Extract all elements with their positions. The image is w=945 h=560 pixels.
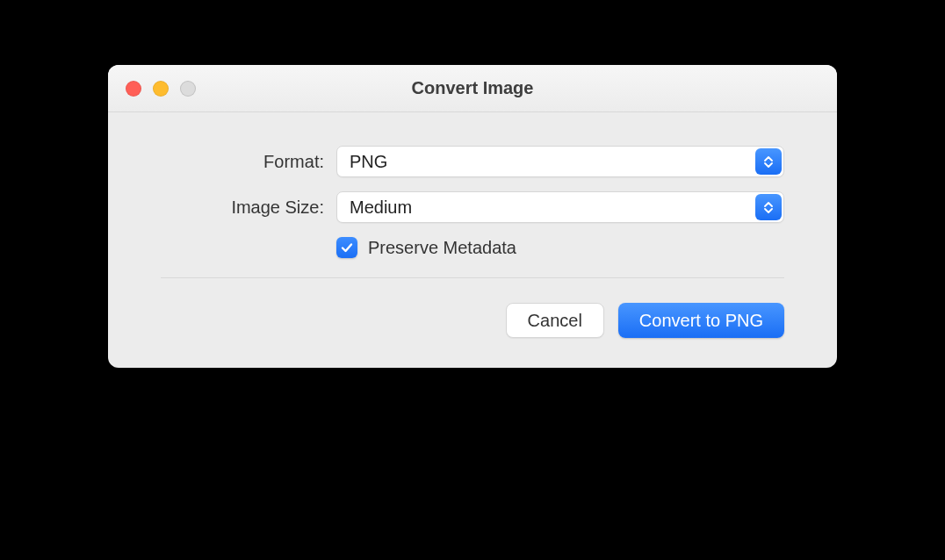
close-window-button[interactable]: [126, 81, 141, 97]
image-size-select[interactable]: Medium: [336, 191, 784, 223]
format-label: Format:: [161, 152, 336, 172]
zoom-window-button: [180, 81, 196, 97]
button-row: Cancel Convert to PNG: [108, 278, 837, 368]
chevron-up-down-icon: [755, 194, 782, 220]
window-controls: [126, 81, 196, 97]
chevron-up-down-icon: [755, 148, 782, 175]
format-value: PNG: [350, 152, 387, 172]
checkmark-icon: [340, 241, 354, 255]
preserve-metadata-checkbox[interactable]: [336, 237, 357, 258]
convert-image-dialog: Convert Image Format: PNG Image Size: Me…: [108, 65, 837, 368]
dialog-content: Format: PNG Image Size: Medium: [108, 112, 837, 278]
window-title: Convert Image: [412, 78, 534, 98]
image-size-label: Image Size:: [161, 197, 336, 218]
titlebar: Convert Image: [108, 65, 837, 112]
image-size-row: Image Size: Medium: [161, 191, 784, 223]
minimize-window-button[interactable]: [153, 81, 169, 97]
image-size-value: Medium: [350, 197, 412, 218]
preserve-metadata-row: Preserve Metadata: [336, 237, 784, 258]
cancel-button[interactable]: Cancel: [506, 303, 604, 338]
preserve-metadata-label: Preserve Metadata: [368, 238, 516, 258]
format-row: Format: PNG: [161, 146, 784, 177]
format-select[interactable]: PNG: [336, 146, 784, 177]
convert-button[interactable]: Convert to PNG: [618, 303, 784, 338]
